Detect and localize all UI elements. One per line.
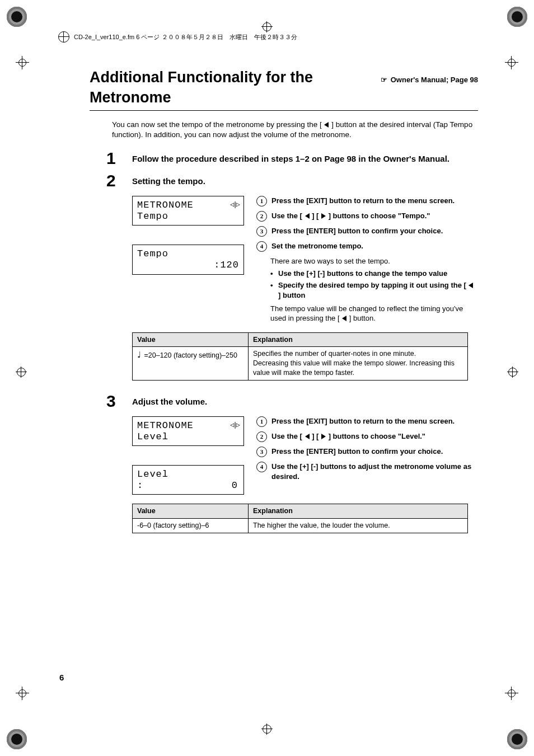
crop-mark-icon — [16, 56, 29, 69]
tempo-value-table: ValueExplanation ♩ =20–120 (factory sett… — [132, 332, 468, 381]
right-triangle-icon — [321, 434, 326, 439]
left-triangle-icon — [324, 122, 329, 128]
crop-mark-icon — [507, 367, 518, 378]
lcd-line: METRONOME — [137, 200, 194, 211]
circled-number-icon: 2 — [256, 211, 267, 222]
lcd-value: :120 — [214, 260, 239, 271]
registration-mark-icon — [507, 729, 527, 749]
instruction-text: Set the metronome tempo. — [271, 241, 363, 252]
running-header: CD-2e_I_ver110_e.fm 6 ページ ２００８年５月２８日 水曜日… — [58, 31, 297, 43]
circled-number-icon: 4 — [256, 241, 267, 252]
circled-number-icon: 3 — [256, 447, 267, 457]
crop-mark-icon — [16, 687, 29, 700]
page-title: Additional Functionality for the Metrono… — [90, 67, 478, 111]
instruction-subtext: There are two ways to set the tempo. — [270, 256, 478, 266]
page-number: 6 — [59, 672, 64, 683]
step-number: 3 — [106, 393, 121, 410]
crop-mark-icon — [16, 367, 27, 378]
instruction-text: Use the [+] [-] buttons to adjust the me… — [271, 462, 478, 481]
lcd-arrows-icon: ◁|▷ — [230, 422, 239, 430]
lcd-value: 0 — [232, 480, 239, 491]
table-header: Value — [133, 504, 249, 519]
running-header-text: CD-2e_I_ver110_e.fm 6 ページ ２００８年５月２８日 水曜日… — [74, 33, 297, 41]
instruction-text: Use the [ ] [ ] buttons to choose "Level… — [271, 431, 425, 442]
pointing-hand-icon: ☞ — [381, 76, 387, 84]
table-cell-explanation: The higher the value, the louder the vol… — [249, 519, 468, 533]
step-heading: Adjust the volume. — [132, 396, 207, 410]
crop-mark-icon — [261, 724, 273, 735]
left-triangle-icon — [342, 316, 346, 321]
instructions-tempo: 1Press the [EXIT] button to return to th… — [256, 196, 478, 323]
title-text: Additional Functionality for the Metrono… — [90, 67, 369, 108]
table-cell-value: -6–0 (factory setting)–6 — [133, 519, 249, 533]
bullet-item: Specify the desired tempo by tapping it … — [270, 280, 478, 300]
lcd-display-level-value: Level :0 — [132, 465, 244, 495]
step-number: 2 — [106, 172, 121, 189]
crop-mark-icon — [505, 687, 518, 700]
circled-number-icon: 4 — [256, 462, 267, 472]
step-number: 1 — [106, 150, 121, 167]
step-heading: Follow the procedure described in steps … — [132, 153, 449, 167]
table-cell-value: ♩ =20–120 (factory setting)–250 — [133, 347, 249, 381]
instruction-text: Press the [EXIT] button to return to the… — [271, 196, 455, 206]
instruction-text: Press the [ENTER] button to confirm your… — [271, 447, 443, 457]
circled-number-icon: 3 — [256, 226, 267, 237]
registration-mark-icon — [507, 7, 527, 27]
lcd-line: METRONOME — [137, 420, 194, 431]
table-cell-explanation: Specifies the number of quarter-notes in… — [249, 347, 468, 381]
lcd-line: Level — [137, 469, 239, 480]
intro-paragraph: You can now set the tempo of the metrono… — [112, 120, 478, 140]
registration-mark-icon — [7, 7, 27, 27]
quarter-note-icon: ♩ — [137, 350, 141, 359]
instruction-text: Press the [ENTER] button to confirm your… — [271, 226, 443, 237]
left-triangle-icon — [305, 434, 310, 439]
instruction-text: Press the [EXIT] button to return to the… — [271, 416, 455, 427]
lcd-display-tempo-value: Tempo :120 — [132, 245, 244, 274]
level-value-table: ValueExplanation -6–0 (factory setting)–… — [132, 504, 468, 533]
step-1: 1 Follow the procedure described in step… — [106, 150, 478, 167]
manual-reference: ☞Owner's Manual; Page 98 — [369, 75, 478, 85]
step-2: 2 Setting the tempo. — [106, 172, 478, 189]
lcd-display-level-menu: METRONOME◁|▷ Level — [132, 416, 244, 446]
right-triangle-icon — [321, 213, 326, 219]
lcd-line: Tempo — [137, 211, 239, 222]
registration-mark-icon — [7, 729, 27, 749]
circled-number-icon: 2 — [256, 431, 267, 442]
left-triangle-icon — [469, 283, 473, 288]
instruction-text: Use the [ ] [ ] buttons to choose "Tempo… — [271, 211, 430, 222]
manual-reference-text: Owner's Manual; Page 98 — [391, 76, 478, 84]
instruction-note: The tempo value will be changed to refle… — [270, 304, 478, 323]
crop-mark-icon — [505, 56, 518, 69]
lcd-line: Level — [137, 431, 239, 443]
table-header: Explanation — [249, 332, 468, 347]
circled-number-icon: 1 — [256, 196, 267, 206]
lcd-arrows-icon: ◁|▷ — [230, 201, 239, 209]
crop-mark-icon — [261, 21, 273, 32]
table-header: Explanation — [249, 504, 468, 519]
bullet-item: Use the [+] [-] buttons to change the te… — [270, 269, 478, 279]
step-heading: Setting the tempo. — [132, 176, 205, 189]
lcd-display-tempo-menu: METRONOME◁|▷ Tempo — [132, 196, 244, 226]
step-3: 3 Adjust the volume. — [106, 393, 478, 410]
lcd-line: Tempo — [137, 248, 239, 260]
circled-number-icon: 1 — [256, 416, 267, 427]
table-header: Value — [133, 332, 249, 347]
target-icon — [58, 31, 69, 43]
instructions-level: 1Press the [EXIT] button to return to th… — [256, 416, 478, 486]
left-triangle-icon — [305, 213, 310, 219]
